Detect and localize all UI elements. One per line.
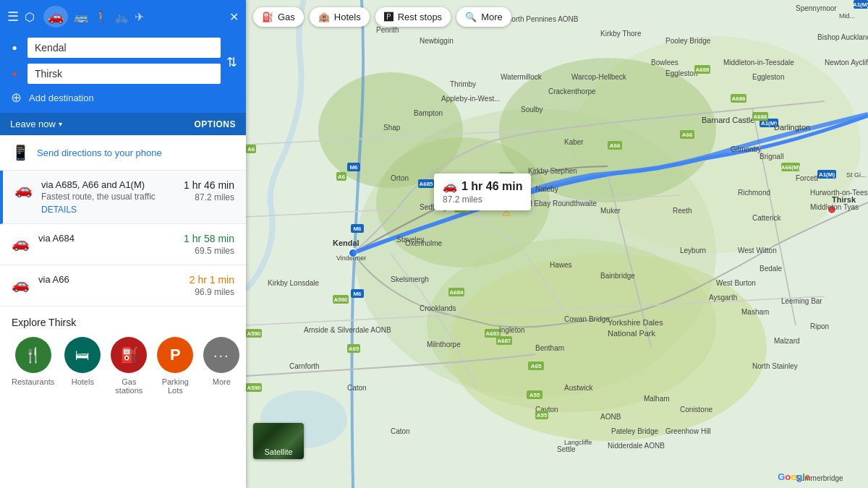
tooltip-distance: 87.2 miles bbox=[443, 194, 482, 205]
hotels-circle: 🛏 bbox=[64, 337, 101, 373]
drive-icon[interactable]: 🚗 bbox=[43, 6, 68, 27]
svg-text:A685: A685 bbox=[419, 181, 433, 187]
route-1-distance: 87.2 miles bbox=[184, 192, 234, 202]
flight-icon[interactable]: ✈ bbox=[135, 10, 144, 24]
svg-text:A683: A683 bbox=[485, 330, 500, 337]
transit-icon[interactable]: 🚌 bbox=[74, 10, 88, 24]
send-to-phone-button[interactable]: 📱 Send directions to your phone bbox=[0, 135, 246, 171]
svg-text:Leyburn: Leyburn bbox=[680, 247, 706, 254]
google-o2: o bbox=[791, 471, 796, 482]
svg-text:Newbiggin: Newbiggin bbox=[420, 37, 454, 45]
car-icon-2: 🚗 bbox=[12, 234, 30, 252]
svg-text:A684: A684 bbox=[449, 289, 464, 296]
svg-text:Warcop-Hellbeck: Warcop-Hellbeck bbox=[571, 73, 627, 81]
svg-text:Staveley: Staveley bbox=[396, 236, 424, 244]
svg-text:National Park: National Park bbox=[608, 329, 656, 338]
svg-text:Eggleston: Eggleston bbox=[752, 73, 784, 81]
svg-text:Spennymoor: Spennymoor bbox=[796, 4, 837, 12]
filter-rest-stops-button[interactable]: 🅿 Rest stops bbox=[375, 7, 451, 27]
filter-more-button[interactable]: 🔍 More bbox=[456, 7, 511, 27]
svg-text:Ripon: Ripon bbox=[810, 322, 829, 330]
svg-text:Settle: Settle bbox=[557, 445, 576, 453]
svg-text:Caton: Caton bbox=[347, 384, 367, 392]
more-filter-label: More bbox=[481, 12, 503, 22]
svg-text:Old Ebay Roundthwaite: Old Ebay Roundthwaite bbox=[521, 200, 597, 207]
google-g: G bbox=[778, 471, 785, 482]
explore-title: Explore Thirsk bbox=[12, 317, 234, 328]
options-button[interactable]: OPTIONS bbox=[194, 119, 236, 129]
svg-text:North Pennines AONB: North Pennines AONB bbox=[506, 15, 579, 23]
svg-text:Hawes: Hawes bbox=[550, 261, 572, 269]
svg-text:A688: A688 bbox=[695, 67, 710, 73]
rest-stops-label: Rest stops bbox=[398, 12, 442, 22]
explore-restaurants[interactable]: 🍴 Restaurants bbox=[12, 337, 54, 395]
tooltip-duration: 1 hr 46 min bbox=[461, 180, 522, 193]
svg-text:Caton: Caton bbox=[391, 427, 410, 435]
svg-text:Middleton-in-Teesdale: Middleton-in-Teesdale bbox=[723, 59, 794, 67]
svg-text:Nidderdale AONB: Nidderdale AONB bbox=[608, 442, 665, 450]
hotel-filter-icon: 🏨 bbox=[318, 12, 330, 22]
add-destination-button[interactable]: ⊕ Add destination bbox=[7, 87, 239, 106]
gas-circle: ⛽ bbox=[111, 337, 147, 373]
route-2-duration: 1 hr 58 min bbox=[184, 233, 234, 244]
route-1-subtitle: Fastest route, the usual traffic bbox=[41, 192, 175, 202]
google-maps-icon: ⬡ bbox=[25, 10, 35, 24]
svg-text:Vindermer: Vindermer bbox=[336, 254, 366, 262]
route-option-2[interactable]: 🚗 via A684 1 hr 58 min 69.5 miles bbox=[0, 224, 246, 265]
destination-input[interactable] bbox=[27, 64, 221, 84]
explore-hotels[interactable]: 🛏 Hotels bbox=[64, 337, 101, 395]
close-icon[interactable]: ✕ bbox=[229, 10, 239, 24]
svg-text:Masham: Masham bbox=[741, 308, 769, 316]
svg-text:Yorkshire Dales: Yorkshire Dales bbox=[608, 318, 663, 327]
svg-text:Malham: Malham bbox=[644, 395, 670, 403]
svg-text:Orton: Orton bbox=[391, 174, 409, 182]
phone-icon: 📱 bbox=[12, 144, 30, 161]
svg-text:A6: A6 bbox=[247, 146, 255, 153]
route-option-1[interactable]: 🚗 via A685, A66 and A1(M) Fastest route,… bbox=[0, 171, 246, 224]
svg-text:Bentham: Bentham bbox=[535, 344, 564, 352]
search-filter-icon: 🔍 bbox=[465, 12, 477, 22]
car-icon-1: 🚗 bbox=[14, 181, 33, 198]
google-e: e bbox=[805, 471, 810, 482]
explore-more[interactable]: ··· More bbox=[203, 337, 239, 395]
svg-text:Malzard: Malzard bbox=[774, 337, 800, 345]
filter-hotels-button[interactable]: 🏨 Hotels bbox=[310, 7, 370, 27]
svg-text:Bishop Auckland: Bishop Auckland bbox=[817, 33, 868, 41]
svg-text:Kirkby Lonsdale: Kirkby Lonsdale bbox=[268, 279, 320, 287]
route-3-distance: 96.9 miles bbox=[190, 287, 234, 297]
walk-icon[interactable]: 🚶 bbox=[94, 10, 109, 24]
svg-text:A590: A590 bbox=[247, 330, 261, 337]
destination-dot: ● bbox=[7, 69, 22, 79]
svg-text:A688: A688 bbox=[731, 95, 746, 102]
menu-icon[interactable]: ☰ bbox=[7, 9, 19, 25]
hotels-filter-label: Hotels bbox=[334, 12, 361, 22]
satellite-button[interactable]: Satellite bbox=[253, 423, 304, 459]
google-g2: g bbox=[796, 471, 802, 482]
tooltip-car-icon: 🚗 bbox=[443, 179, 457, 193]
svg-text:Soulby: Soulby bbox=[521, 106, 543, 114]
svg-text:Crackenthorpe: Crackenthorpe bbox=[548, 87, 596, 95]
route-1-details-link[interactable]: DETAILS bbox=[41, 205, 175, 215]
filter-bar: ⛽ Gas 🏨 Hotels 🅿 Rest stops 🔍 More bbox=[253, 7, 511, 27]
svg-text:Muker: Muker bbox=[600, 207, 621, 215]
svg-text:Newton Aycliffe: Newton Aycliffe bbox=[825, 59, 868, 67]
svg-text:Kirkby Stephen: Kirkby Stephen bbox=[528, 167, 577, 175]
origin-dot: ● bbox=[7, 43, 22, 53]
header-bar: ☰ ⬡ 🚗 🚌 🚶 🚲 ✈ ✕ bbox=[0, 0, 246, 33]
svg-text:Kaber: Kaber bbox=[564, 138, 584, 146]
car-icon-3: 🚗 bbox=[12, 275, 30, 293]
svg-text:Catterick: Catterick bbox=[752, 214, 781, 222]
filter-gas-button[interactable]: ⛽ Gas bbox=[253, 7, 304, 27]
add-destination-label: Add destination bbox=[29, 93, 94, 103]
google-o1: o bbox=[785, 471, 791, 482]
map-area[interactable]: M6 A685 A66 A66 A66 A1(M) M6 M6 A590 A68… bbox=[246, 0, 868, 488]
explore-gas-stations[interactable]: ⛽ Gas stations bbox=[111, 337, 147, 395]
explore-parking[interactable]: P Parking Lots bbox=[157, 337, 193, 395]
svg-text:Arnside & Silverdale AONB: Arnside & Silverdale AONB bbox=[304, 326, 391, 334]
route-option-3[interactable]: 🚗 via A66 2 hr 1 min 96.9 miles bbox=[0, 265, 246, 307]
cycle-icon[interactable]: 🚲 bbox=[114, 10, 129, 24]
svg-text:Brignall: Brignall bbox=[760, 153, 783, 160]
swap-button[interactable]: ⇅ bbox=[225, 53, 239, 72]
leave-now-button[interactable]: Leave now ▾ bbox=[10, 119, 62, 129]
origin-input[interactable] bbox=[27, 38, 221, 58]
